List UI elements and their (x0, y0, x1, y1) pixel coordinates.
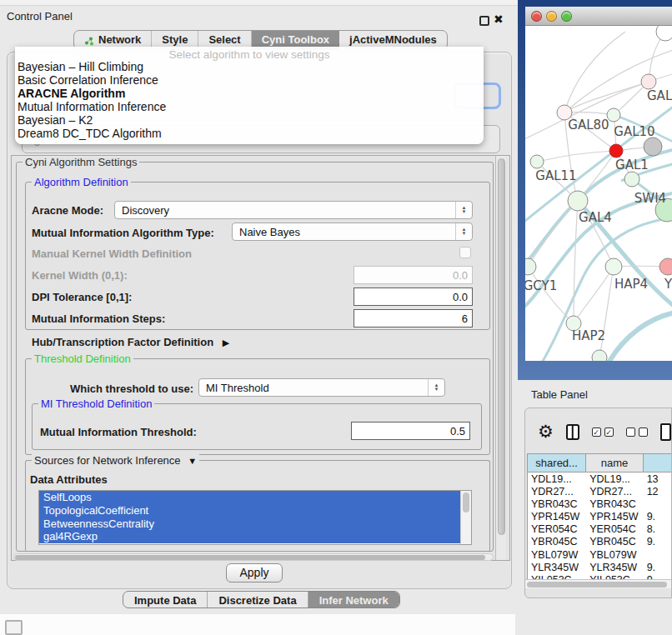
table-row[interactable]: YPR145WYPR145W9. (528, 511, 672, 523)
split-columns-icon[interactable] (566, 424, 579, 440)
node-label: GAL (647, 88, 672, 103)
network-node[interactable] (644, 138, 662, 156)
attributes-scrollbar[interactable] (460, 491, 471, 544)
attribute-item[interactable]: TopologicalCoefficient (39, 504, 460, 518)
network-node-gal11[interactable] (530, 155, 544, 168)
manual-kernel-label: Manual Kernel Width Definition (32, 248, 192, 260)
manual-kernel-checkbox[interactable] (459, 247, 471, 258)
network-window-titlebar[interactable] (525, 7, 672, 26)
checked-pair-icon[interactable]: ✓✓ (592, 428, 614, 437)
mi-steps-input[interactable]: 6 (354, 309, 473, 328)
hub-definition-label: Hub/Transcription Factor Definition (32, 336, 213, 348)
algorithm-option[interactable]: Bayesian – Hill Climbing (15, 60, 484, 73)
network-view-window: GALGAL80GAL10GAL1GAL11SWI4GAL4GCY1HAP4YH… (518, 0, 672, 380)
aracne-mode-combo[interactable]: Discovery ▲▼ (114, 201, 473, 219)
algorithm-option[interactable]: ARACNE Algorithm (15, 87, 484, 100)
algorithm-dropdown-popup: Select algorithm to view settings Bayesi… (15, 47, 484, 144)
mi-type-combo[interactable]: Naive Bayes ▲▼ (232, 222, 473, 241)
mac-minimize-icon[interactable] (546, 11, 557, 22)
network-canvas[interactable]: GALGAL80GAL10GAL1GAL11SWI4GAL4GCY1HAP4YH… (525, 26, 672, 361)
unchecked-pair-icon[interactable] (626, 428, 648, 437)
table-row[interactable]: YDL19...YDL19...13 (528, 472, 672, 485)
sources-group-title[interactable]: Sources for Network Inference ▼ (32, 454, 199, 467)
table-cell: YLR345W (586, 561, 643, 573)
network-node[interactable] (656, 26, 672, 41)
network-node-y[interactable] (659, 258, 672, 275)
data-attributes-label: Data Attributes (30, 473, 108, 486)
table-cell: YBR045C (528, 536, 586, 548)
settings-vertical-scrollbar[interactable] (495, 156, 506, 560)
table-cell (644, 548, 672, 561)
node-label: HAP4 (614, 277, 648, 292)
table-cell: 9. (644, 561, 672, 573)
algorithm-option[interactable]: Mutual Information Inference (15, 100, 484, 113)
table-cell: YER054C (528, 523, 586, 536)
attribute-item[interactable]: SelfLoops (39, 491, 460, 504)
mi-threshold-label: Mutual Information Threshold: (40, 426, 197, 438)
column-header[interactable] (644, 454, 672, 472)
aracne-mode-label: Aracne Mode: (32, 204, 103, 217)
bottom-strip (0, 614, 515, 635)
kernel-width-input[interactable]: 0.0 (354, 266, 473, 284)
table-horizontal-scrollbar[interactable] (525, 579, 672, 588)
algorithm-definition-title: Algorithm Definition (32, 176, 131, 188)
column-header[interactable]: name (586, 454, 644, 472)
algorithm-dropdown-items: Bayesian – Hill ClimbingBasic Correlatio… (15, 60, 484, 141)
network-node-gal4[interactable] (568, 191, 588, 211)
network-node[interactable] (592, 350, 607, 361)
table-cell: 9. (644, 511, 672, 523)
collapse-down-icon: ▼ (188, 456, 197, 466)
settings-horizontal-scrollbar[interactable] (13, 553, 494, 561)
attribute-item[interactable]: BetweennessCentrality (39, 518, 460, 531)
table-row[interactable]: YDR27...YDR27...12 (528, 485, 672, 498)
settings-gear-icon[interactable]: ⚙ (538, 423, 554, 440)
cyni-bottom-tabs: Impute DataDiscretize DataInfer Network (123, 591, 400, 608)
window-grip-icon[interactable] (5, 620, 23, 635)
network-node-swi4[interactable] (624, 172, 639, 187)
mi-threshold-group-title: MI Threshold Definition (38, 398, 154, 410)
float-window-icon[interactable] (479, 16, 489, 26)
dpi-tolerance-input[interactable]: 0.0 (354, 288, 473, 306)
table-cell: YPR145W (586, 511, 643, 523)
table-cell: 8. (644, 523, 672, 536)
mi-type-label: Mutual Information Algorithm Type: (32, 227, 214, 239)
mi-threshold-input[interactable]: 0.5 (351, 422, 470, 440)
network-node-gcy1[interactable] (525, 258, 536, 275)
network-node-gal[interactable] (641, 74, 656, 89)
bottom-tab-impute-data[interactable]: Impute Data (123, 592, 208, 608)
table-cell: YDR27... (586, 485, 643, 498)
bottom-tab-infer-network[interactable]: Infer Network (308, 592, 399, 608)
table-row[interactable]: YBR043CYBR043C (528, 498, 672, 510)
network-node-labels: GALGAL80GAL10GAL1GAL11SWI4GAL4GCY1HAP4YH… (525, 88, 672, 343)
document-icon[interactable] (660, 423, 671, 441)
table-cell: YDL19... (528, 472, 586, 485)
mi-type-value: Naive Bayes (239, 226, 300, 238)
apply-button[interactable]: Apply (226, 563, 283, 582)
close-icon[interactable]: ✖ (494, 12, 504, 26)
table-row[interactable]: YER054CYER054C8. (528, 523, 672, 536)
node-attribute-table[interactable]: shared...nameYDL19...YDL19...13YDR27...Y… (527, 453, 672, 581)
table-row[interactable]: YBL079WYBL079W (528, 548, 672, 561)
algorithm-option[interactable]: Basic Correlation Inference (15, 73, 484, 87)
table-cell: 12 (644, 485, 672, 498)
top-divider-strip (0, 0, 518, 6)
stepper-icon: ▲▼ (455, 223, 472, 240)
which-threshold-value: MI Threshold (206, 382, 269, 394)
which-threshold-combo[interactable]: MI Threshold ▲▼ (198, 378, 445, 397)
table-panel: ⚙✓✓ shared...nameYDL19...YDL19...13YDR27… (524, 408, 672, 598)
kernel-width-label: Kernel Width (0,1): (32, 269, 128, 282)
stepper-icon: ▲▼ (428, 379, 444, 396)
bottom-tab-discretize-data[interactable]: Discretize Data (208, 592, 308, 608)
network-node-hap4[interactable] (605, 258, 622, 275)
algorithm-option[interactable]: Dream8 DC_TDC Algorithm (15, 127, 484, 140)
network-node-gal1[interactable] (609, 144, 623, 158)
data-attributes-list[interactable]: SelfLoopsTopologicalCoefficientBetweenne… (38, 490, 472, 545)
table-row[interactable]: YLR345WYLR345W9. (528, 561, 672, 573)
algorithm-option[interactable]: Bayesian – K2 (15, 113, 484, 127)
mac-zoom-icon[interactable] (561, 11, 572, 22)
column-header[interactable]: shared... (528, 454, 586, 472)
mac-close-icon[interactable] (531, 11, 542, 22)
table-row[interactable]: YBR045CYBR045C9. (528, 536, 672, 548)
attribute-item[interactable]: gal4RGexp (39, 530, 460, 543)
hub-definition-toggle[interactable]: Hub/Transcription Factor Definition ▶ (32, 336, 229, 348)
